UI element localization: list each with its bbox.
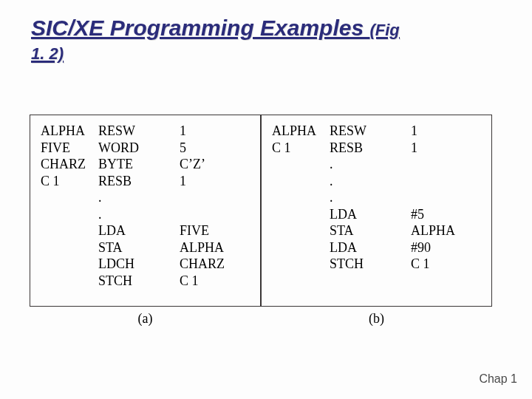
op-cell: STA: [98, 239, 180, 256]
label-cell: [272, 206, 330, 223]
op-cell: LDCH: [98, 256, 180, 273]
label-cell: [272, 173, 330, 190]
title-suffix: (Fig: [369, 21, 399, 39]
op-cell: RESW: [98, 123, 180, 140]
op-cell: WORD: [98, 140, 180, 157]
label-cell: C 1: [272, 140, 330, 157]
arg-cell: [180, 189, 246, 206]
table-row: LDA#90: [272, 239, 477, 256]
panel-b-caption: (b): [262, 311, 491, 327]
op-cell: LDA: [98, 222, 180, 239]
label-cell: [41, 222, 98, 239]
label-cell: [41, 273, 98, 290]
op-cell: .: [330, 189, 411, 206]
arg-cell: [411, 173, 477, 190]
panels: ALPHARESW1 FIVEWORD5 CHARZBYTEC’Z’ C 1RE…: [30, 115, 492, 307]
table-row: .: [272, 173, 477, 190]
table-row: .: [41, 206, 246, 223]
arg-cell: [411, 156, 477, 173]
table-row: .: [272, 189, 477, 206]
panel-a: ALPHARESW1 FIVEWORD5 CHARZBYTEC’Z’ C 1RE…: [30, 115, 261, 307]
table-row: ALPHARESW1: [272, 123, 477, 140]
arg-cell: #90: [411, 239, 477, 256]
arg-cell: 1: [180, 173, 246, 190]
arg-cell: CHARZ: [180, 256, 246, 273]
table-row: STAALPHA: [272, 222, 477, 239]
label-cell: ALPHA: [41, 123, 98, 140]
arg-cell: C 1: [180, 273, 246, 290]
title-line1: SIC/XE Programming Examples: [31, 16, 369, 40]
arg-cell: [411, 189, 477, 206]
table-row: FIVEWORD5: [41, 140, 246, 157]
op-cell: RESB: [330, 140, 411, 157]
table-row: LDCHCHARZ: [41, 256, 246, 273]
table-row: .: [272, 156, 477, 173]
table-row: STAALPHA: [41, 239, 246, 256]
code-table-b: ALPHARESW1 C 1RESB1 . . . LDA#5 STAALPHA…: [272, 123, 477, 273]
op-cell: .: [330, 173, 411, 190]
slide: SIC/XE Programming Examples (Fig 1. 2) A…: [0, 0, 532, 399]
table-row: ALPHARESW1: [41, 123, 246, 140]
page-title: SIC/XE Programming Examples (Fig 1. 2): [31, 16, 504, 63]
table-row: C 1RESB1: [41, 173, 246, 190]
op-cell: .: [330, 156, 411, 173]
arg-cell: C 1: [411, 256, 477, 273]
label-cell: ALPHA: [272, 123, 330, 140]
table-row: .: [41, 189, 246, 206]
table-row: STCHC 1: [272, 256, 477, 273]
op-cell: .: [98, 189, 180, 206]
table-row: LDAFIVE: [41, 222, 246, 239]
arg-cell: ALPHA: [411, 222, 477, 239]
op-cell: STCH: [98, 273, 180, 290]
panel-a-caption: (a): [30, 311, 260, 327]
label-cell: [272, 189, 330, 206]
op-cell: STA: [330, 222, 411, 239]
op-cell: .: [98, 206, 180, 223]
arg-cell: 1: [180, 123, 246, 140]
label-cell: [41, 189, 98, 206]
label-cell: C 1: [41, 173, 98, 190]
op-cell: BYTE: [98, 156, 180, 173]
label-cell: [41, 256, 98, 273]
arg-cell: [180, 206, 246, 223]
op-cell: LDA: [330, 206, 411, 223]
table-row: STCHC 1: [41, 273, 246, 290]
table-row: LDA#5: [272, 206, 477, 223]
table-row: C 1RESB1: [272, 140, 477, 157]
arg-cell: FIVE: [180, 222, 246, 239]
arg-cell: C’Z’: [180, 156, 246, 173]
op-cell: RESB: [98, 173, 180, 190]
label-cell: [272, 156, 330, 173]
arg-cell: 1: [411, 123, 477, 140]
title-line2: 1. 2): [31, 44, 64, 63]
code-table-a: ALPHARESW1 FIVEWORD5 CHARZBYTEC’Z’ C 1RE…: [41, 123, 246, 289]
op-cell: RESW: [330, 123, 411, 140]
arg-cell: 1: [411, 140, 477, 157]
label-cell: [41, 239, 98, 256]
table-row: CHARZBYTEC’Z’: [41, 156, 246, 173]
footer-label: Chap 1: [479, 372, 517, 386]
arg-cell: ALPHA: [180, 239, 246, 256]
label-cell: [272, 256, 330, 273]
label-cell: CHARZ: [41, 156, 98, 173]
arg-cell: 5: [180, 140, 246, 157]
panel-b: ALPHARESW1 C 1RESB1 . . . LDA#5 STAALPHA…: [261, 115, 492, 307]
arg-cell: #5: [411, 206, 477, 223]
op-cell: STCH: [330, 256, 411, 273]
label-cell: [41, 206, 98, 223]
label-cell: FIVE: [41, 140, 98, 157]
op-cell: LDA: [330, 239, 411, 256]
label-cell: [272, 222, 330, 239]
label-cell: [272, 239, 330, 256]
